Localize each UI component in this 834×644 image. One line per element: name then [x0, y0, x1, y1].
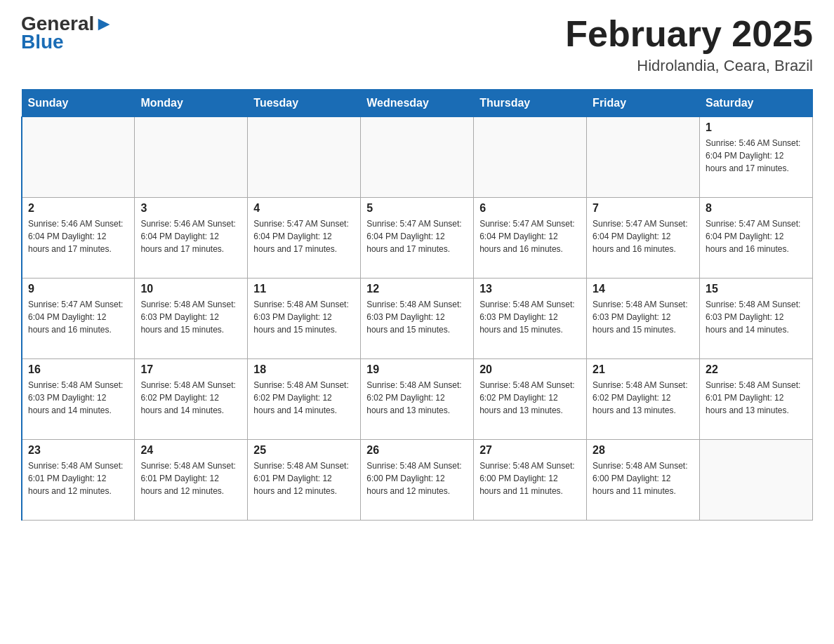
- day-info: Sunrise: 5:48 AM Sunset: 6:03 PM Dayligh…: [140, 298, 241, 336]
- day-info: Sunrise: 5:48 AM Sunset: 6:01 PM Dayligh…: [706, 379, 807, 417]
- day-info: Sunrise: 5:48 AM Sunset: 6:00 PM Dayligh…: [366, 459, 468, 497]
- day-info: Sunrise: 5:48 AM Sunset: 6:03 PM Dayligh…: [366, 298, 468, 336]
- weekday-header-thursday: Thursday: [474, 90, 587, 117]
- day-number: 10: [140, 283, 241, 295]
- calendar-cell: [248, 117, 361, 198]
- day-number: 21: [593, 363, 694, 376]
- calendar-cell: 9Sunrise: 5:47 AM Sunset: 6:04 PM Daylig…: [22, 279, 135, 359]
- calendar-cell: 14Sunrise: 5:48 AM Sunset: 6:03 PM Dayli…: [587, 279, 700, 359]
- weekday-header-saturday: Saturday: [700, 90, 813, 117]
- day-number: 14: [593, 283, 694, 295]
- day-info: Sunrise: 5:47 AM Sunset: 6:04 PM Dayligh…: [479, 217, 581, 255]
- weekday-header-row: SundayMondayTuesdayWednesdayThursdayFrid…: [22, 90, 813, 117]
- day-info: Sunrise: 5:48 AM Sunset: 6:01 PM Dayligh…: [28, 459, 128, 497]
- calendar-week-3: 9Sunrise: 5:47 AM Sunset: 6:04 PM Daylig…: [22, 279, 813, 359]
- day-number: 8: [706, 202, 807, 215]
- day-number: 13: [479, 283, 581, 295]
- day-info: Sunrise: 5:47 AM Sunset: 6:04 PM Dayligh…: [366, 217, 468, 255]
- calendar-cell: [135, 117, 248, 198]
- calendar-week-4: 16Sunrise: 5:48 AM Sunset: 6:03 PM Dayli…: [22, 359, 813, 440]
- calendar-cell: 26Sunrise: 5:48 AM Sunset: 6:00 PM Dayli…: [361, 440, 474, 521]
- day-number: 12: [366, 283, 468, 295]
- day-info: Sunrise: 5:48 AM Sunset: 6:03 PM Dayligh…: [479, 298, 581, 336]
- day-info: Sunrise: 5:48 AM Sunset: 6:00 PM Dayligh…: [593, 459, 694, 497]
- day-info: Sunrise: 5:47 AM Sunset: 6:04 PM Dayligh…: [28, 298, 128, 336]
- day-info: Sunrise: 5:48 AM Sunset: 6:01 PM Dayligh…: [140, 459, 241, 497]
- day-number: 27: [479, 444, 581, 457]
- day-info: Sunrise: 5:48 AM Sunset: 6:03 PM Dayligh…: [253, 298, 355, 336]
- calendar-week-5: 23Sunrise: 5:48 AM Sunset: 6:01 PM Dayli…: [22, 440, 813, 521]
- logo: General► Blue: [21, 14, 114, 53]
- title-block: February 2025 Hidrolandia, Ceara, Brazil: [565, 14, 813, 75]
- calendar-cell: 7Sunrise: 5:47 AM Sunset: 6:04 PM Daylig…: [587, 198, 700, 279]
- calendar-cell: 18Sunrise: 5:48 AM Sunset: 6:02 PM Dayli…: [248, 359, 361, 440]
- calendar-subtitle: Hidrolandia, Ceara, Brazil: [565, 57, 813, 75]
- logo-arrow: ►: [94, 13, 114, 34]
- calendar-cell: [700, 440, 813, 521]
- calendar-cell: 27Sunrise: 5:48 AM Sunset: 6:00 PM Dayli…: [474, 440, 587, 521]
- calendar-cell: 6Sunrise: 5:47 AM Sunset: 6:04 PM Daylig…: [474, 198, 587, 279]
- day-info: Sunrise: 5:47 AM Sunset: 6:04 PM Dayligh…: [593, 217, 694, 255]
- calendar-cell: 23Sunrise: 5:48 AM Sunset: 6:01 PM Dayli…: [22, 440, 135, 521]
- calendar-cell: [361, 117, 474, 198]
- day-info: Sunrise: 5:48 AM Sunset: 6:02 PM Dayligh…: [140, 379, 241, 417]
- day-number: 11: [253, 283, 355, 295]
- calendar-cell: 24Sunrise: 5:48 AM Sunset: 6:01 PM Dayli…: [135, 440, 248, 521]
- calendar-cell: 2Sunrise: 5:46 AM Sunset: 6:04 PM Daylig…: [22, 198, 135, 279]
- day-number: 24: [140, 444, 241, 457]
- calendar-cell: 16Sunrise: 5:48 AM Sunset: 6:03 PM Dayli…: [22, 359, 135, 440]
- calendar-cell: 15Sunrise: 5:48 AM Sunset: 6:03 PM Dayli…: [700, 279, 813, 359]
- calendar-cell: 3Sunrise: 5:46 AM Sunset: 6:04 PM Daylig…: [135, 198, 248, 279]
- weekday-header-wednesday: Wednesday: [361, 90, 474, 117]
- calendar-cell: 25Sunrise: 5:48 AM Sunset: 6:01 PM Dayli…: [248, 440, 361, 521]
- calendar-header: SundayMondayTuesdayWednesdayThursdayFrid…: [22, 90, 813, 117]
- day-info: Sunrise: 5:46 AM Sunset: 6:04 PM Dayligh…: [140, 217, 241, 255]
- calendar-cell: [474, 117, 587, 198]
- day-number: 16: [28, 363, 128, 376]
- weekday-header-tuesday: Tuesday: [248, 90, 361, 117]
- day-info: Sunrise: 5:48 AM Sunset: 6:01 PM Dayligh…: [253, 459, 355, 497]
- day-number: 28: [593, 444, 694, 457]
- day-info: Sunrise: 5:48 AM Sunset: 6:02 PM Dayligh…: [366, 379, 468, 417]
- day-info: Sunrise: 5:46 AM Sunset: 6:04 PM Dayligh…: [28, 217, 128, 255]
- day-number: 23: [28, 444, 128, 457]
- page-header: General► Blue February 2025 Hidrolandia,…: [21, 14, 813, 75]
- calendar-cell: 21Sunrise: 5:48 AM Sunset: 6:02 PM Dayli…: [587, 359, 700, 440]
- calendar-cell: 11Sunrise: 5:48 AM Sunset: 6:03 PM Dayli…: [248, 279, 361, 359]
- day-info: Sunrise: 5:47 AM Sunset: 6:04 PM Dayligh…: [253, 217, 355, 255]
- day-number: 7: [593, 202, 694, 215]
- calendar-body: 1Sunrise: 5:46 AM Sunset: 6:04 PM Daylig…: [22, 117, 813, 521]
- calendar-cell: 20Sunrise: 5:48 AM Sunset: 6:02 PM Dayli…: [474, 359, 587, 440]
- day-number: 25: [253, 444, 355, 457]
- day-number: 9: [28, 283, 128, 295]
- day-number: 4: [253, 202, 355, 215]
- calendar-cell: 17Sunrise: 5:48 AM Sunset: 6:02 PM Dayli…: [135, 359, 248, 440]
- calendar-cell: 28Sunrise: 5:48 AM Sunset: 6:00 PM Dayli…: [587, 440, 700, 521]
- day-info: Sunrise: 5:48 AM Sunset: 6:03 PM Dayligh…: [593, 298, 694, 336]
- weekday-header-sunday: Sunday: [22, 90, 135, 117]
- calendar-title: February 2025: [565, 14, 813, 54]
- day-number: 5: [366, 202, 468, 215]
- day-number: 2: [28, 202, 128, 215]
- calendar-cell: 5Sunrise: 5:47 AM Sunset: 6:04 PM Daylig…: [361, 198, 474, 279]
- calendar-cell: [22, 117, 135, 198]
- day-number: 15: [706, 283, 807, 295]
- calendar-week-2: 2Sunrise: 5:46 AM Sunset: 6:04 PM Daylig…: [22, 198, 813, 279]
- day-info: Sunrise: 5:48 AM Sunset: 6:02 PM Dayligh…: [593, 379, 694, 417]
- calendar-cell: 8Sunrise: 5:47 AM Sunset: 6:04 PM Daylig…: [700, 198, 813, 279]
- calendar-cell: [587, 117, 700, 198]
- day-number: 22: [706, 363, 807, 376]
- calendar-cell: 22Sunrise: 5:48 AM Sunset: 6:01 PM Dayli…: [700, 359, 813, 440]
- calendar-cell: 4Sunrise: 5:47 AM Sunset: 6:04 PM Daylig…: [248, 198, 361, 279]
- weekday-header-monday: Monday: [135, 90, 248, 117]
- day-number: 18: [253, 363, 355, 376]
- day-info: Sunrise: 5:46 AM Sunset: 6:04 PM Dayligh…: [706, 137, 807, 175]
- day-number: 1: [706, 121, 807, 134]
- day-number: 19: [366, 363, 468, 376]
- day-info: Sunrise: 5:48 AM Sunset: 6:02 PM Dayligh…: [253, 379, 355, 417]
- day-number: 17: [140, 363, 241, 376]
- logo-bottom: Blue: [21, 31, 64, 53]
- day-info: Sunrise: 5:48 AM Sunset: 6:02 PM Dayligh…: [479, 379, 581, 417]
- day-info: Sunrise: 5:48 AM Sunset: 6:00 PM Dayligh…: [479, 459, 581, 497]
- calendar-cell: 12Sunrise: 5:48 AM Sunset: 6:03 PM Dayli…: [361, 279, 474, 359]
